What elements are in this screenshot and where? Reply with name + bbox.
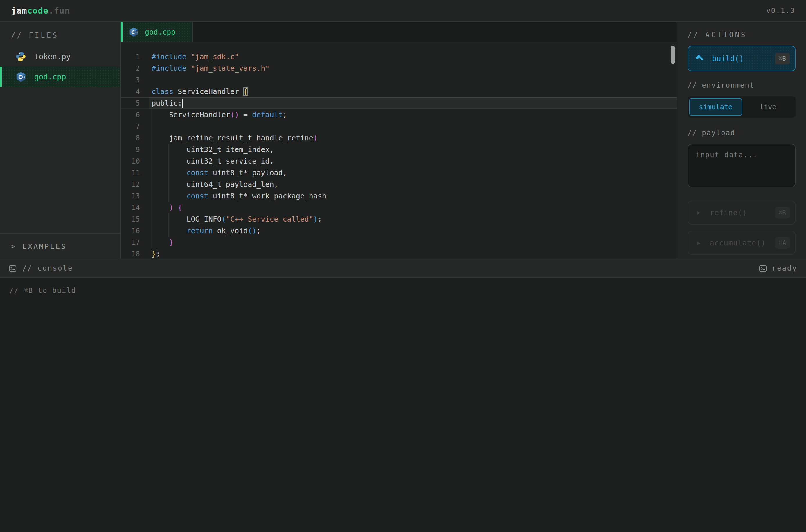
token-p2: }	[169, 238, 173, 247]
line-number: 4	[121, 86, 140, 97]
console-bar[interactable]: // console ready	[0, 259, 806, 278]
code-line-11: 11 const uint8_t* payload,	[121, 167, 677, 179]
environment-toggle: simulate live	[688, 96, 795, 118]
line-number: 3	[121, 74, 140, 86]
payload-header: // payload	[688, 129, 795, 137]
token-pl: uint32_t service_id,	[151, 157, 274, 165]
token-pl: jam_refine_result_t handle_refine	[151, 134, 313, 142]
files-header: // FILES	[0, 22, 120, 46]
code-line-2: 2#include "jam_state_vars.h"	[121, 63, 677, 74]
token-pl	[186, 53, 191, 61]
token-str: "C++ Service called"	[226, 215, 313, 223]
token-kw: return	[186, 227, 213, 235]
code-line-4: 4class ServiceHandler {	[121, 86, 677, 97]
indent-guide	[151, 213, 151, 225]
refine-button-label: refine()	[710, 209, 747, 217]
line-number: 10	[121, 155, 140, 167]
toggle-option-simulate[interactable]: simulate	[689, 98, 742, 116]
token-pl	[151, 169, 186, 177]
refine-button[interactable]: ▶ refine() ⌘R	[688, 201, 795, 225]
code-line-1: 1#include "jam_sdk.c"	[121, 51, 677, 63]
file-item-token-py[interactable]: token.py	[0, 46, 120, 67]
token-pl	[151, 238, 169, 247]
line-number: 17	[121, 237, 140, 248]
line-number: 15	[121, 213, 140, 225]
token-p2: ) {	[169, 203, 182, 212]
token-p1: {	[243, 87, 248, 96]
code-line-8: 8 jam_refine_result_t handle_refine(	[121, 132, 677, 144]
cpp-icon: C++	[16, 72, 26, 82]
token-kw: #include	[151, 64, 186, 73]
token-kw: const	[186, 192, 208, 200]
svg-text:++: ++	[134, 30, 138, 33]
token-pl	[186, 64, 191, 73]
token-pl: uint8_t* payload,	[208, 169, 287, 177]
code-area[interactable]: 1#include "jam_sdk.c"2#include "jam_stat…	[121, 42, 677, 259]
code-text: const uint8_t* work_package_hash	[151, 190, 326, 202]
code-line-18: 18};	[121, 248, 677, 259]
token-pl: ServiceHandler	[173, 87, 243, 96]
token-pl	[151, 192, 186, 200]
token-kw: default	[252, 111, 282, 119]
token-pl: uint32_t item_index,	[151, 145, 274, 154]
code-line-15: 15 LOG_INFO("C++ Service called");	[121, 213, 677, 225]
line-number: 6	[121, 109, 140, 121]
token-pl: public:	[151, 99, 182, 107]
payload-input[interactable]	[688, 144, 795, 187]
code-text: jam_refine_result_t handle_refine(	[151, 132, 318, 144]
code-text: ) {	[151, 202, 182, 213]
indent-guide	[168, 190, 169, 202]
indent-guide	[151, 202, 151, 213]
line-number: 11	[121, 167, 140, 179]
code-text: #include "jam_state_vars.h"	[151, 63, 270, 74]
token-p3: (	[222, 215, 226, 223]
line-number: 13	[121, 190, 140, 202]
line-number: 8	[121, 132, 140, 144]
tab-god-cpp[interactable]: C++ god.cpp	[121, 22, 193, 42]
console-hint: // ⌘B to build	[9, 287, 797, 295]
code-line-7: 7	[121, 121, 677, 132]
toggle-option-live[interactable]: live	[742, 98, 794, 116]
line-number: 2	[121, 63, 140, 74]
cpp-icon: C++	[129, 27, 139, 37]
indent-guide	[151, 190, 151, 202]
version-label: v0.1.0	[766, 7, 795, 15]
token-p1: }	[151, 250, 156, 258]
token-kw: const	[186, 169, 208, 177]
build-button[interactable]: build() ⌘B	[688, 46, 795, 71]
code-text: uint32_t item_index,	[151, 144, 274, 155]
token-pl: uint64_t payload_len,	[151, 180, 278, 189]
brand-jam: jam	[11, 6, 27, 16]
line-number: 1	[121, 51, 140, 63]
indent-guide	[151, 167, 151, 179]
token-pl: ;	[156, 250, 160, 258]
file-name: token.py	[34, 52, 71, 61]
editor-scrollbar-thumb[interactable]	[671, 46, 675, 64]
code-text: };	[151, 248, 160, 259]
indent-guide	[151, 155, 151, 167]
token-pl: ;	[283, 111, 287, 119]
token-p3: )	[313, 215, 318, 223]
chevron-right-icon: >	[11, 242, 15, 251]
sidebar-item-examples[interactable]: > EXAMPLES	[0, 233, 120, 259]
text-cursor	[182, 99, 183, 108]
file-name: god.cpp	[34, 73, 66, 81]
play-icon: ▶	[697, 209, 701, 216]
accumulate-button[interactable]: ▶ accumulate() ⌘A	[688, 231, 795, 255]
token-pl: LOG_INFO	[151, 215, 222, 223]
file-item-god-cpp[interactable]: C++god.cpp	[0, 67, 120, 87]
code-line-3: 3	[121, 74, 677, 86]
token-pl: ServiceHandler	[151, 111, 230, 119]
code-text: public:	[151, 97, 183, 109]
python-icon	[16, 51, 26, 62]
token-p2: ()	[230, 111, 239, 119]
console-status: ready	[772, 264, 797, 272]
code-line-12: 12 uint64_t payload_len,	[121, 179, 677, 190]
token-kw: #include	[151, 53, 186, 61]
top-bar: jamcode.fun v0.1.0	[0, 0, 806, 22]
build-shortcut-badge: ⌘B	[775, 53, 790, 64]
token-pl: =	[239, 111, 252, 119]
hammer-icon	[695, 54, 704, 63]
svg-text:++: ++	[21, 75, 25, 78]
token-pl	[151, 203, 169, 212]
